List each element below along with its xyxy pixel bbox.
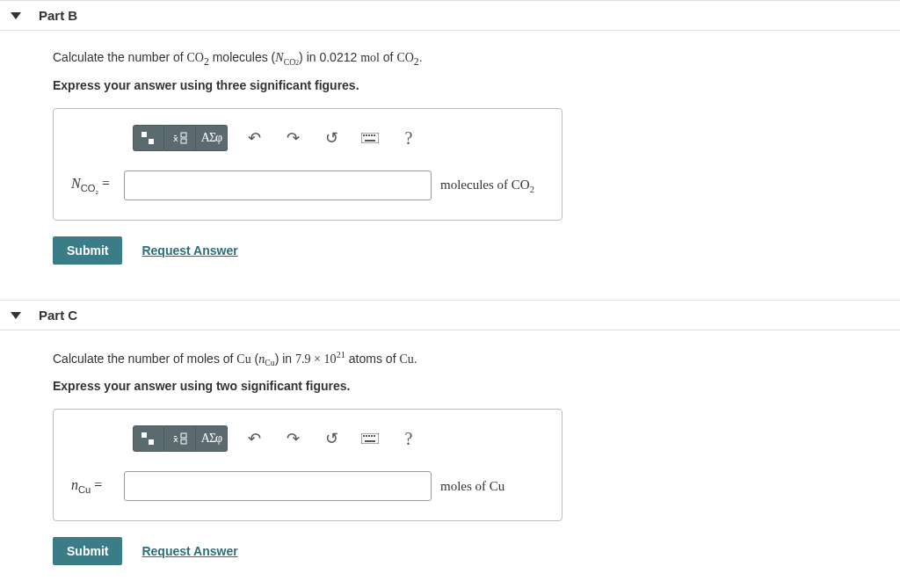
part-c-variable-label: nCu =	[71, 477, 115, 495]
redo-icon[interactable]: ↷	[277, 425, 308, 452]
part-b-prompt: Calculate the number of CO2 molecules (N…	[53, 48, 847, 69]
part-c-answer-box: x̄ ΑΣφ ↶ ↷ ↺ ? nCu =	[53, 409, 562, 521]
fraction-icon[interactable]: x̄	[164, 125, 196, 151]
svg-rect-15	[181, 433, 186, 438]
part-c-submit-button[interactable]: Submit	[53, 537, 122, 565]
undo-icon[interactable]: ↶	[238, 425, 270, 452]
help-icon[interactable]: ?	[393, 125, 425, 151]
part-c-prompt: Calculate the number of moles of Cu (nCu…	[53, 348, 847, 370]
svg-rect-16	[181, 439, 186, 444]
reset-icon[interactable]: ↺	[316, 125, 347, 151]
part-b-answer-box: x̄ ΑΣφ ↶ ↷ ↺ ? NCO2 =	[53, 108, 562, 221]
svg-text:x̄: x̄	[173, 134, 178, 143]
svg-text:x̄: x̄	[173, 434, 178, 444]
templates-icon[interactable]	[133, 425, 164, 452]
keyboard-icon[interactable]	[354, 425, 386, 452]
collapse-arrow-icon	[11, 12, 21, 19]
svg-rect-22	[374, 435, 375, 437]
keyboard-icon[interactable]	[354, 125, 386, 151]
collapse-arrow-icon	[11, 312, 21, 319]
part-b-section: Part B Calculate the number of CO2 molec…	[0, 0, 900, 273]
toolbar-action-group: ↶ ↷ ↺ ?	[238, 125, 425, 151]
svg-rect-18	[363, 435, 365, 437]
part-b-submit-button[interactable]: Submit	[53, 236, 122, 265]
part-b-request-answer-link[interactable]: Request Answer	[142, 243, 237, 258]
svg-rect-17	[361, 433, 379, 444]
svg-rect-10	[374, 134, 375, 136]
svg-rect-11	[365, 140, 375, 142]
part-b-variable-label: NCO2 =	[71, 176, 115, 195]
toolbar-format-group: x̄ ΑΣφ	[133, 425, 228, 452]
part-b-toolbar: x̄ ΑΣφ ↶ ↷ ↺ ?	[133, 125, 544, 151]
part-c-header[interactable]: Part C	[0, 300, 900, 330]
toolbar-action-group: ↶ ↷ ↺ ?	[238, 425, 425, 452]
part-c-request-answer-link[interactable]: Request Answer	[142, 544, 237, 558]
part-b-unit-label: molecules of CO2	[440, 178, 534, 194]
part-b-actions: Submit Request Answer	[53, 236, 847, 265]
svg-rect-3	[181, 133, 186, 137]
svg-rect-13	[149, 439, 154, 445]
part-c-answer-input[interactable]	[124, 471, 432, 501]
part-c-input-row: nCu = moles of Cu	[71, 471, 544, 501]
svg-rect-12	[142, 432, 147, 438]
part-c-title: Part C	[39, 308, 77, 323]
svg-rect-0	[142, 132, 147, 137]
undo-icon[interactable]: ↶	[238, 125, 270, 151]
greek-symbols-button[interactable]: ΑΣφ	[196, 125, 228, 151]
svg-rect-8	[368, 134, 370, 136]
svg-rect-23	[365, 440, 375, 442]
svg-rect-1	[149, 139, 154, 144]
svg-rect-7	[366, 134, 367, 136]
part-c-section: Part C Calculate the number of moles of …	[0, 300, 900, 574]
part-c-body: Calculate the number of moles of Cu (nCu…	[0, 330, 900, 574]
fraction-icon[interactable]: x̄	[164, 425, 196, 452]
part-c-toolbar: x̄ ΑΣφ ↶ ↷ ↺ ?	[133, 425, 544, 452]
part-b-answer-input[interactable]	[124, 171, 432, 200]
svg-rect-5	[361, 133, 379, 143]
svg-rect-4	[181, 139, 186, 143]
redo-icon[interactable]: ↷	[277, 125, 308, 151]
part-c-actions: Submit Request Answer	[53, 537, 847, 565]
part-b-input-row: NCO2 = molecules of CO2	[71, 171, 544, 200]
part-b-body: Calculate the number of CO2 molecules (N…	[0, 31, 900, 273]
part-b-instruction: Express your answer using three signific…	[53, 78, 847, 92]
toolbar-format-group: x̄ ΑΣφ	[133, 125, 228, 151]
part-b-header[interactable]: Part B	[0, 0, 900, 31]
svg-rect-6	[363, 134, 365, 136]
templates-icon[interactable]	[133, 125, 164, 151]
svg-rect-21	[371, 435, 373, 437]
part-c-unit-label: moles of Cu	[440, 479, 504, 494]
svg-rect-9	[371, 134, 373, 136]
part-c-instruction: Express your answer using two significan…	[53, 379, 847, 393]
help-icon[interactable]: ?	[393, 425, 425, 452]
part-b-title: Part B	[39, 8, 77, 23]
greek-symbols-button[interactable]: ΑΣφ	[196, 425, 228, 452]
svg-rect-19	[366, 435, 367, 437]
reset-icon[interactable]: ↺	[316, 425, 347, 452]
svg-rect-20	[368, 435, 370, 437]
